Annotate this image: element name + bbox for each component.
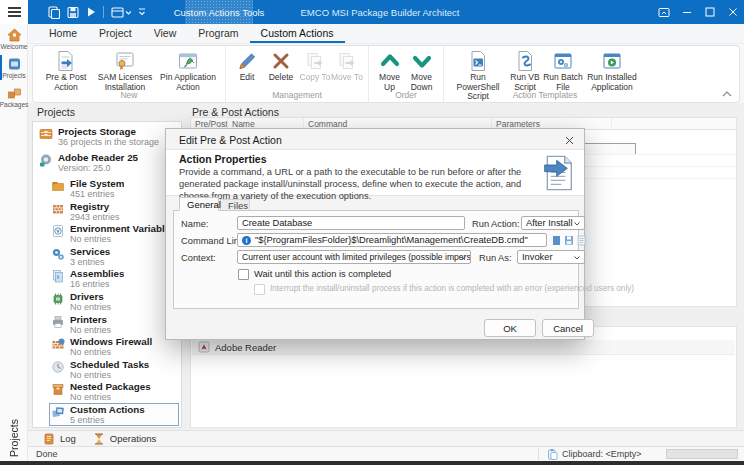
rail-footer-label: Projects: [8, 419, 20, 457]
browse-file-icon[interactable]: [564, 235, 574, 246]
move-to-icon: [336, 50, 358, 72]
tree-node-drivers[interactable]: DriversNo entries: [49, 290, 179, 313]
tree-node-environment-variables[interactable]: Environment VariablesNo entries: [49, 222, 179, 245]
dialog-general-tab-panel: Name: Create Database Run Action: After …: [173, 210, 579, 309]
log-icon: [44, 433, 54, 445]
drivers-icon: [51, 292, 65, 306]
command-line-tools: [552, 235, 586, 246]
quick-access-toolbar: [48, 0, 146, 24]
clipboard-icon: [547, 448, 558, 460]
contextual-tab-header[interactable]: Custom Actions Tools: [185, 0, 253, 24]
tab-project[interactable]: Project: [88, 24, 143, 43]
adobe-reader-app-icon: [198, 341, 210, 353]
tab-home[interactable]: Home: [38, 24, 88, 43]
operations-tab[interactable]: Operations: [94, 433, 156, 445]
name-field-label: Name:: [181, 219, 208, 229]
nav-rail: Welcome Projects Packages Projects: [0, 24, 28, 461]
delete-button[interactable]: Delete: [263, 48, 299, 83]
run-installed-application-button[interactable]: Run Installed Application: [583, 48, 641, 92]
tree-node-adobe-reader-25[interactable]: Adobe Reader 25 Version: 25.0: [37, 151, 179, 177]
run-as-label: Run As:: [479, 253, 512, 263]
wait-checkbox[interactable]: [238, 269, 249, 280]
move-up-button[interactable]: Move Up: [374, 48, 405, 92]
minimize-button[interactable]: [680, 5, 694, 19]
run-vb-script-button[interactable]: Run VB Script: [507, 48, 543, 92]
run-batch-file-button[interactable]: Run Batch File: [543, 48, 583, 92]
packages-icon: [7, 86, 22, 100]
action-document-icon: [542, 155, 574, 191]
tab-program[interactable]: Program: [187, 24, 249, 43]
tree-node-nested-packages[interactable]: Nested PackagesNo entries: [49, 380, 179, 403]
cancel-button[interactable]: Cancel: [542, 319, 594, 337]
qat-customize-icon[interactable]: [138, 7, 146, 17]
ribbon-collapse-button[interactable]: [722, 91, 732, 97]
projects-panel-title: Projects: [37, 106, 75, 118]
tree-node-projects-storage[interactable]: Projects Storage 36 projects in the stor…: [37, 125, 179, 151]
close-button[interactable]: [726, 5, 740, 19]
edit-pre-post-action-dialog: Edit Pre & Post Action Action Properties…: [165, 128, 585, 340]
move-down-icon: [411, 50, 433, 72]
tree-node-custom-actions[interactable]: Custom Actions5 entries: [49, 403, 179, 426]
projects-icon: [7, 57, 22, 71]
status-progress-bar: [666, 449, 738, 459]
projects-storage-icon: [39, 127, 53, 141]
qat-build-package-icon[interactable]: [111, 6, 131, 19]
tab-view[interactable]: View: [143, 24, 188, 43]
dialog-tab-general[interactable]: General: [179, 197, 219, 211]
edit-pencil-icon: [236, 50, 258, 72]
run-as-select[interactable]: Invoker: [517, 250, 585, 264]
operations-hourglass-icon: [94, 433, 104, 445]
name-input[interactable]: Create Database: [237, 216, 465, 230]
context-label: Context:: [181, 253, 216, 263]
context-select[interactable]: Current user account with limited privil…: [237, 250, 471, 264]
clipboard-status: Clipboard: <Empty>: [538, 448, 642, 460]
pre-post-action-button[interactable]: Pre & Post Action: [38, 48, 94, 92]
tree-node-windows-firewall[interactable]: Windows FirewallNo entries: [49, 335, 179, 358]
run-action-select[interactable]: After Install: [521, 216, 585, 230]
application-group-row[interactable]: Adobe Reader: [192, 340, 735, 355]
status-message: Done: [36, 449, 58, 459]
move-to-button[interactable]: Move To: [331, 48, 363, 83]
edit-button[interactable]: Edit: [231, 48, 263, 83]
file-system-icon: [51, 179, 65, 193]
move-down-button[interactable]: Move Down: [405, 48, 438, 92]
tree-node-printers[interactable]: PrintersNo entries: [49, 313, 179, 336]
projects-tree: Projects Storage 36 projects in the stor…: [32, 121, 182, 428]
log-tab[interactable]: Log: [44, 433, 76, 445]
applications-list[interactable]: Adobe Reader: [190, 326, 737, 428]
tree-node-services[interactable]: Services3 entries: [49, 245, 179, 268]
rail-item-projects[interactable]: Projects: [0, 53, 28, 82]
ok-button[interactable]: OK: [484, 319, 536, 337]
ribbon-group-new: Pre & Post Action SAM Licenses Installat…: [33, 46, 226, 102]
dialog-title: Edit Pre & Post Action: [179, 134, 282, 146]
tree-node-file-system[interactable]: File System451 entries: [49, 177, 179, 200]
ribbon-options-icon[interactable]: [657, 5, 671, 19]
tree-node-scheduled-tasks[interactable]: Scheduled TasksNo entries: [49, 358, 179, 381]
qat-new-project-icon[interactable]: [48, 6, 60, 19]
dialog-close-button[interactable]: [562, 133, 576, 147]
rail-footer: Projects: [0, 419, 28, 457]
tree-node-registry[interactable]: Registry2943 entries: [49, 200, 179, 223]
application-group-label: Adobe Reader: [215, 342, 276, 353]
assemblies-icon: [51, 269, 65, 283]
qat-save-icon[interactable]: [67, 6, 79, 19]
rail-item-welcome[interactable]: Welcome: [0, 24, 28, 53]
open-document-icon[interactable]: [577, 235, 586, 246]
rail-item-packages[interactable]: Packages: [0, 82, 28, 111]
chevron-down-icon: [574, 222, 580, 226]
interrupt-checkbox[interactable]: [254, 284, 265, 295]
tab-custom-actions[interactable]: Custom Actions: [250, 24, 345, 43]
window-title: EMCO MSI Package Builder Architect: [280, 0, 480, 24]
tree-node-assemblies[interactable]: Assemblies16 entries: [49, 267, 179, 290]
insert-variable-icon[interactable]: [552, 235, 561, 246]
copy-to-button[interactable]: Copy To: [299, 48, 331, 83]
sam-licenses-installation-button[interactable]: SAM Licenses Installation: [94, 48, 156, 92]
qat-run-icon[interactable]: [86, 6, 96, 18]
window-bottom-edge: [0, 461, 744, 465]
command-line-input[interactable]: i "${ProgramFilesFolder}$\Dreamlight\Man…: [237, 233, 547, 247]
chevron-down-icon: [574, 256, 580, 260]
app-menu-button[interactable]: [0, 0, 28, 24]
maximize-button[interactable]: [703, 5, 717, 19]
pin-application-action-button[interactable]: Pin Application Action: [156, 48, 220, 92]
sam-licenses-icon: [114, 50, 136, 72]
